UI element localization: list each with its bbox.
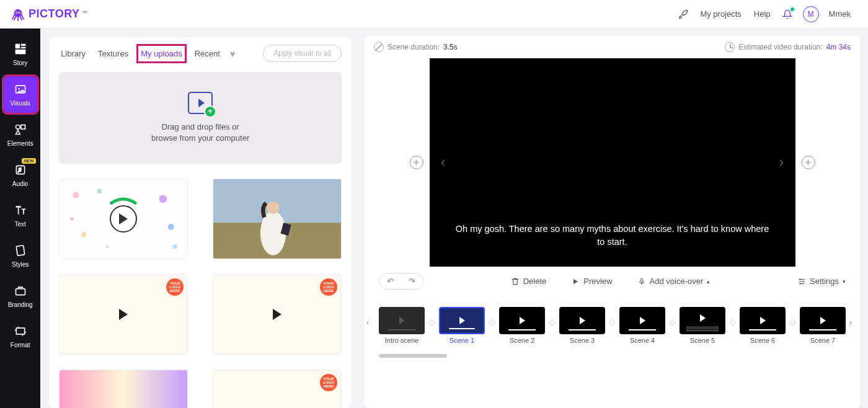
uploads-scroll-area[interactable]: Drag and drop files or browse from your … [49,69,352,408]
upload-thumb-4[interactable]: YOUR LOGO HERE [213,274,342,355]
sidebar-label-format: Format [11,342,30,348]
scene-2[interactable]: Scene 2 [499,307,545,344]
elements-shapes-icon [14,123,27,136]
upload-thumb-5[interactable] [59,370,188,408]
chevron-up-icon: ▴ [707,278,710,285]
upload-thumb-2[interactable] [213,179,342,259]
sidebar-label-branding: Branding [8,301,33,308]
upload-dropzone[interactable]: Drag and drop files or browse from your … [59,72,342,164]
sidebar-item-format[interactable]: Format [4,318,37,355]
scene-separator-icon[interactable]: ◇ [549,307,556,327]
play-icon [571,277,580,286]
scene-1[interactable]: Scene 1 [439,307,485,344]
scene-separator-icon[interactable]: ◇ [609,307,616,327]
logo-badge: YOUR LOGO HERE [320,374,337,391]
sidebar-label-audio: Audio [12,180,29,187]
svg-rect-6 [20,44,25,46]
scene-separator-icon[interactable]: ◇ [428,307,435,327]
scene-separator-icon[interactable]: ◇ [729,307,736,327]
clock-icon [725,42,735,52]
delete-button[interactable]: Delete [511,277,547,286]
brand-logo[interactable]: PICTORY ™ [11,7,87,21]
add-scene-after-button[interactable]: + [802,156,815,169]
sidebar-label-visuals: Visuals [11,100,30,107]
upload-thumb-1[interactable] [59,179,188,259]
notifications-bell-icon[interactable] [782,9,793,20]
sidebar-item-text[interactable]: Text [4,197,37,234]
tab-recent[interactable]: Recent [193,47,222,61]
scene-6[interactable]: Scene 6 [740,307,786,344]
trademark-symbol: ™ [82,10,87,16]
logo-badge: YOUR LOGO HERE [166,278,184,296]
add-scene-before-button[interactable]: + [410,156,423,169]
svg-rect-8 [15,50,25,55]
dropzone-text: Drag and drop files or browse from your … [151,122,249,144]
rocket-icon[interactable] [678,9,689,20]
undo-redo-group: ↶ ↷ [379,273,423,290]
next-scene-arrow[interactable]: › [774,154,789,171]
apply-visual-to-all-button[interactable]: Apply visual to all [263,45,342,62]
scene-timeline: ‹ Intro scene ◇ Scene 1 ◇ Sc [364,296,861,352]
sidebar-item-branding[interactable]: Branding [4,278,37,314]
logo-octopus-icon [11,7,25,21]
svg-rect-5 [15,44,20,49]
tab-favorites-heart-icon[interactable]: ♥ [228,46,237,61]
chevron-down-icon: ▾ [843,278,846,285]
svg-point-21 [168,224,174,230]
previous-scene-arrow[interactable]: ‹ [436,154,451,171]
sidebar-item-visuals[interactable]: Visuals [4,76,37,113]
sidebar-item-styles[interactable]: Styles [4,237,37,274]
svg-point-0 [14,9,22,17]
sidebar-item-story[interactable]: Story [4,36,37,73]
branding-briefcase-icon [14,284,27,298]
timeline-scrollbar[interactable] [379,354,447,358]
player-toolbar: ↶ ↷ Delete Preview Add voice-over ▴ [364,267,861,296]
sidebar-item-audio[interactable]: NEW Audio [4,157,37,193]
timeline-prev-button[interactable]: ‹ [366,307,375,327]
visuals-panel: Library Textures My uploads Recent ♥ App… [40,29,359,408]
upload-thumb-3[interactable]: YOUR LOGO HERE [59,274,188,355]
tab-my-uploads[interactable]: My uploads [139,47,184,61]
scene-7[interactable]: Scene 7 [800,307,846,344]
upload-thumb-6[interactable]: YOUR LOGO HERE [213,370,342,408]
preview-button[interactable]: Preview [571,277,612,286]
sidebar-item-elements[interactable]: Elements [4,117,37,153]
svg-point-28 [267,202,280,214]
undo-button[interactable]: ↶ [379,273,401,289]
scene-separator-icon[interactable]: ◇ [789,307,796,327]
add-voiceover-button[interactable]: Add voice-over ▴ [637,277,711,286]
logo-badge: YOUR LOGO HERE [320,278,337,296]
my-projects-link[interactable]: My projects [700,9,741,19]
scene-separator-icon[interactable]: ◇ [489,307,495,327]
scene-separator-icon[interactable]: ◇ [669,307,676,327]
scene-label-6: Scene 6 [750,337,775,344]
mic-icon [637,277,646,286]
sidebar-label-styles: Styles [12,261,29,268]
trash-icon [511,277,520,286]
svg-rect-16 [16,328,24,334]
scene-duration-label: Scene duration: [388,43,440,51]
svg-point-24 [106,245,109,248]
scene-3[interactable]: Scene 3 [559,307,605,344]
scene-intro[interactable]: Intro scene [379,307,425,344]
scene-5[interactable]: Scene 5 [680,307,725,344]
tab-textures[interactable]: Textures [96,47,130,61]
svg-point-11 [16,125,20,130]
video-preview-frame[interactable]: ‹ › Oh my gosh. There are so many myths … [430,58,795,267]
svg-point-18 [97,188,102,193]
tab-library[interactable]: Library [59,47,87,61]
help-link[interactable]: Help [754,9,771,19]
svg-point-10 [18,88,20,90]
redo-button[interactable]: ↷ [401,273,423,289]
user-avatar[interactable]: M [803,6,819,22]
svg-rect-7 [20,47,25,49]
estimated-duration-value: 4m 34s [826,43,851,51]
username-label[interactable]: Mmek [829,9,851,19]
sidebar-label-story: Story [13,60,27,66]
scene-4[interactable]: Scene 4 [619,307,665,344]
visuals-image-icon [14,82,27,96]
timeline-next-button[interactable]: › [849,307,858,327]
new-badge: NEW [22,158,35,164]
brand-name: PICTORY [29,7,80,20]
settings-button[interactable]: Settings ▾ [797,277,846,286]
